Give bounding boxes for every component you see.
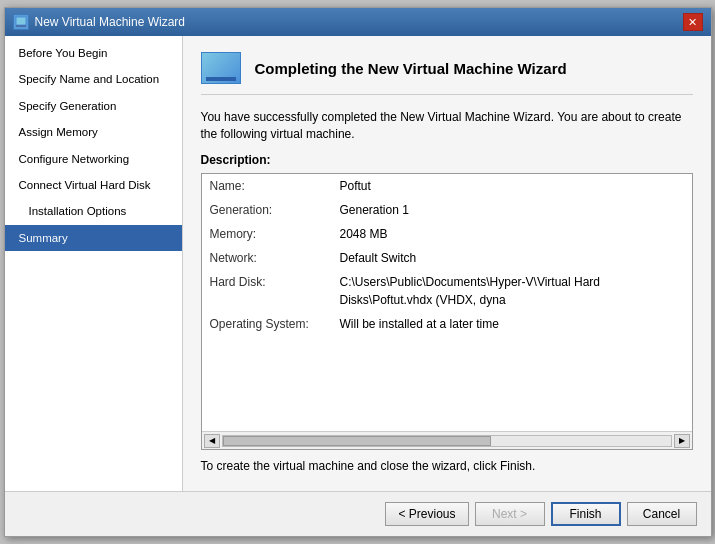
- description-label: Description:: [201, 153, 693, 167]
- footer-text: To create the virtual machine and close …: [201, 458, 693, 475]
- scroll-left-arrow[interactable]: ◀: [204, 434, 220, 448]
- summary-table-container: Name:PoftutGeneration:Generation 1Memory…: [201, 173, 693, 451]
- title-bar-left: New Virtual Machine Wizard: [13, 14, 186, 30]
- cancel-button[interactable]: Cancel: [627, 502, 697, 526]
- scroll-right-arrow[interactable]: ▶: [674, 434, 690, 448]
- sidebar-item-summary[interactable]: Summary: [5, 225, 182, 251]
- previous-button[interactable]: < Previous: [385, 502, 468, 526]
- table-row: Memory:2048 MB: [202, 222, 692, 246]
- page-title: Completing the New Virtual Machine Wizar…: [255, 60, 567, 77]
- sidebar-item-specify-generation[interactable]: Specify Generation: [5, 93, 182, 119]
- window-icon: [13, 14, 29, 30]
- header-icon: [201, 52, 241, 84]
- svg-rect-1: [16, 25, 26, 27]
- field-value: Default Switch: [332, 246, 692, 270]
- sidebar: Before You BeginSpecify Name and Locatio…: [5, 36, 183, 491]
- field-value: Generation 1: [332, 198, 692, 222]
- close-button[interactable]: ✕: [683, 13, 703, 31]
- field-label: Network:: [202, 246, 332, 270]
- table-row: Hard Disk:C:\Users\Public\Documents\Hype…: [202, 270, 692, 312]
- horizontal-scrollbar[interactable]: ◀ ▶: [202, 431, 692, 449]
- field-label: Memory:: [202, 222, 332, 246]
- scroll-track[interactable]: [222, 435, 672, 447]
- sidebar-item-connect-virtual-hard-disk[interactable]: Connect Virtual Hard Disk: [5, 172, 182, 198]
- field-label: Operating System:: [202, 312, 332, 336]
- field-label: Generation:: [202, 198, 332, 222]
- svg-rect-0: [16, 17, 26, 25]
- intro-text: You have successfully completed the New …: [201, 109, 693, 143]
- sidebar-item-assign-memory[interactable]: Assign Memory: [5, 119, 182, 145]
- window-title: New Virtual Machine Wizard: [35, 15, 186, 29]
- button-bar: < Previous Next > Finish Cancel: [5, 491, 711, 536]
- finish-button[interactable]: Finish: [551, 502, 621, 526]
- field-value: Will be installed at a later time: [332, 312, 692, 336]
- sidebar-item-before-you-begin[interactable]: Before You Begin: [5, 40, 182, 66]
- field-value: Poftut: [332, 174, 692, 198]
- field-label: Name:: [202, 174, 332, 198]
- wizard-window: New Virtual Machine Wizard ✕ Before You …: [4, 7, 712, 537]
- table-row: Network:Default Switch: [202, 246, 692, 270]
- field-value: 2048 MB: [332, 222, 692, 246]
- table-row: Operating System:Will be installed at a …: [202, 312, 692, 336]
- title-bar: New Virtual Machine Wizard ✕: [5, 8, 711, 36]
- field-label: Hard Disk:: [202, 270, 332, 312]
- field-value: C:\Users\Public\Documents\Hyper-V\Virtua…: [332, 270, 692, 312]
- sidebar-item-installation-options[interactable]: Installation Options: [5, 198, 182, 224]
- table-row: Name:Poftut: [202, 174, 692, 198]
- table-row: Generation:Generation 1: [202, 198, 692, 222]
- sidebar-item-configure-networking[interactable]: Configure Networking: [5, 146, 182, 172]
- main-content: Completing the New Virtual Machine Wizar…: [183, 36, 711, 491]
- content-area: Before You BeginSpecify Name and Locatio…: [5, 36, 711, 491]
- summary-table: Name:PoftutGeneration:Generation 1Memory…: [202, 174, 692, 336]
- next-button[interactable]: Next >: [475, 502, 545, 526]
- sidebar-item-specify-name-location[interactable]: Specify Name and Location: [5, 66, 182, 92]
- header-section: Completing the New Virtual Machine Wizar…: [201, 52, 693, 95]
- scroll-thumb[interactable]: [223, 436, 492, 446]
